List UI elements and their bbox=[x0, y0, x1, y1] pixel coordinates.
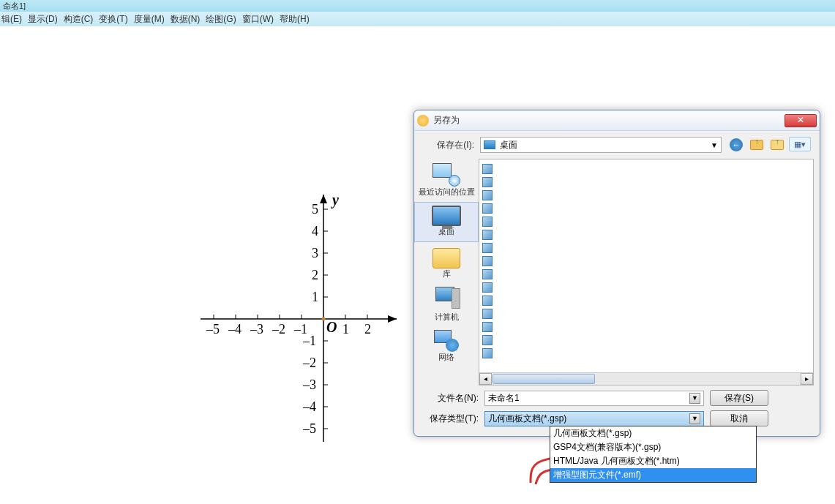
file-icon bbox=[482, 282, 493, 293]
list-item[interactable] bbox=[482, 241, 810, 255]
place-library[interactable]: 库 bbox=[414, 242, 479, 284]
back-button[interactable]: ← bbox=[727, 137, 745, 153]
file-icon bbox=[482, 256, 493, 266]
place-desktop[interactable]: 桌面 bbox=[414, 202, 479, 242]
svg-text:4: 4 bbox=[312, 224, 318, 238]
file-list[interactable]: ◂ ▸ bbox=[479, 159, 814, 385]
list-item[interactable] bbox=[482, 347, 810, 360]
menu-help[interactable]: 帮助(H) bbox=[280, 13, 310, 26]
file-icon bbox=[482, 177, 493, 187]
list-item[interactable] bbox=[482, 334, 810, 347]
location-dropdown[interactable]: 桌面 ▼ bbox=[480, 137, 722, 153]
menu-graph[interactable]: 绘图(G) bbox=[206, 13, 236, 26]
list-item[interactable] bbox=[482, 202, 810, 215]
list-item[interactable] bbox=[482, 255, 810, 268]
svg-text:–3: –3 bbox=[302, 377, 316, 392]
save-as-dialog: 另存为 ✕ 保存在(I): 桌面 ▼ ← ▦▾ 最近访问的位置 桌面 bbox=[413, 110, 820, 437]
location-value: 桌面 bbox=[500, 139, 517, 151]
svg-text:–5: –5 bbox=[302, 421, 316, 436]
file-icon bbox=[482, 203, 493, 214]
file-icon bbox=[482, 269, 493, 279]
chevron-down-icon[interactable]: ▼ bbox=[689, 413, 700, 424]
place-recent[interactable]: 最近访问的位置 bbox=[414, 160, 479, 202]
save-in-label: 保存在(I): bbox=[423, 139, 474, 151]
type-option-gsp4[interactable]: GSP4文档(兼容版本)(*.gsp) bbox=[550, 440, 756, 454]
list-item[interactable] bbox=[482, 228, 810, 241]
file-icon bbox=[482, 309, 493, 319]
svg-text:–1: –1 bbox=[302, 334, 316, 348]
svg-text:–4: –4 bbox=[228, 322, 241, 336]
menu-construct[interactable]: 构造(C) bbox=[64, 13, 94, 26]
file-icon bbox=[482, 230, 493, 240]
menu-display[interactable]: 显示(D) bbox=[28, 13, 58, 26]
list-item[interactable] bbox=[482, 268, 810, 281]
svg-text:1: 1 bbox=[312, 290, 318, 304]
place-recent-label: 最近访问的位置 bbox=[416, 187, 477, 198]
scroll-thumb[interactable] bbox=[493, 374, 595, 384]
svg-text:5: 5 bbox=[312, 202, 318, 217]
type-options-list: 几何画板文档(*.gsp) GSP4文档(兼容版本)(*.gsp) HTML/J… bbox=[550, 426, 757, 483]
filename-label: 文件名(N): bbox=[422, 392, 479, 405]
desktop-icon bbox=[484, 140, 495, 149]
file-icon bbox=[482, 164, 493, 174]
horizontal-scrollbar[interactable]: ◂ ▸ bbox=[479, 372, 813, 385]
svg-text:y: y bbox=[331, 192, 339, 208]
menu-window[interactable]: 窗口(W) bbox=[242, 13, 274, 26]
place-network[interactable]: 网络 bbox=[414, 327, 479, 367]
save-button[interactable]: 保存(S) bbox=[710, 390, 768, 406]
svg-text:3: 3 bbox=[312, 246, 318, 260]
list-item[interactable] bbox=[482, 176, 810, 189]
dialog-title-bar[interactable]: 另存为 ✕ bbox=[414, 110, 820, 131]
file-icon bbox=[482, 296, 493, 306]
list-item[interactable] bbox=[482, 189, 810, 202]
place-computer-label: 计算机 bbox=[416, 312, 477, 323]
list-item[interactable] bbox=[482, 294, 810, 307]
scroll-right-arrow[interactable]: ▸ bbox=[801, 373, 813, 385]
svg-text:2: 2 bbox=[364, 322, 371, 336]
menu-transform[interactable]: 变换(T) bbox=[99, 13, 127, 26]
list-item[interactable] bbox=[482, 320, 810, 334]
place-network-label: 网络 bbox=[416, 352, 477, 363]
svg-text:–4: –4 bbox=[302, 399, 316, 414]
filename-value: 未命名1 bbox=[488, 392, 520, 405]
svg-text:–5: –5 bbox=[206, 322, 220, 336]
svg-text:–2: –2 bbox=[272, 322, 285, 336]
menu-edit[interactable]: 辑(E) bbox=[1, 13, 22, 26]
type-option-emf[interactable]: 增强型图元文件(*.emf) bbox=[550, 468, 756, 482]
dialog-title: 另存为 bbox=[433, 114, 785, 127]
save-type-label: 保存类型(T): bbox=[422, 413, 479, 425]
filename-input[interactable]: 未命名1 ▼ bbox=[484, 391, 704, 406]
up-folder-button[interactable] bbox=[748, 137, 765, 153]
menu-data[interactable]: 数据(N) bbox=[171, 13, 201, 26]
list-item[interactable] bbox=[482, 307, 810, 320]
chevron-down-icon[interactable]: ▼ bbox=[689, 393, 700, 404]
close-button[interactable]: ✕ bbox=[785, 114, 817, 127]
title-bar: 命名1] bbox=[0, 0, 835, 12]
save-type-value: 几何画板文档(*.gsp) bbox=[488, 413, 566, 425]
list-item[interactable] bbox=[482, 162, 810, 176]
type-option-gsp[interactable]: 几何画板文档(*.gsp) bbox=[550, 426, 756, 440]
folder-icon bbox=[433, 248, 460, 268]
svg-point-40 bbox=[322, 317, 326, 321]
app-icon bbox=[417, 115, 429, 127]
file-icon bbox=[482, 217, 493, 227]
file-icon bbox=[482, 348, 493, 358]
scroll-left-arrow[interactable]: ◂ bbox=[479, 373, 492, 385]
menu-bar: 辑(E) 显示(D) 构造(C) 变换(T) 度量(M) 数据(N) 绘图(G)… bbox=[0, 12, 835, 26]
type-option-htm[interactable]: HTML/Java 几何画板文档(*.htm) bbox=[550, 454, 756, 468]
chevron-down-icon: ▼ bbox=[711, 141, 718, 149]
menu-measure[interactable]: 度量(M) bbox=[134, 13, 165, 26]
cancel-button[interactable]: 取消 bbox=[710, 410, 768, 426]
svg-text:–2: –2 bbox=[302, 356, 316, 370]
view-mode-button[interactable]: ▦▾ bbox=[789, 137, 811, 151]
svg-text:–3: –3 bbox=[250, 322, 263, 336]
place-computer[interactable]: 计算机 bbox=[414, 284, 479, 327]
new-folder-button[interactable] bbox=[768, 137, 786, 153]
save-type-dropdown[interactable]: 几何画板文档(*.gsp) ▼ bbox=[484, 411, 704, 426]
file-icon bbox=[482, 322, 493, 332]
list-item[interactable] bbox=[482, 215, 810, 228]
file-icon bbox=[482, 190, 493, 200]
list-item[interactable] bbox=[482, 281, 810, 294]
recent-icon bbox=[433, 163, 460, 187]
desktop-icon bbox=[432, 206, 461, 226]
